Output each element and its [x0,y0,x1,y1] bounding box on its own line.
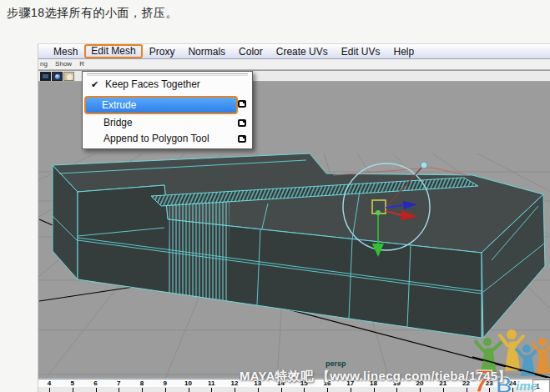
tutorial-step-text: 步骤18选择所有的小面，挤压。 [7,6,178,21]
time-tick-label[interactable]: 6 [93,379,97,387]
menu-item-edit-uvs[interactable]: Edit UVs [335,45,387,58]
time-tick-label[interactable]: 5 [71,379,74,387]
menu-item-color[interactable]: Color [232,45,270,58]
time-tick-label[interactable]: 9 [164,379,167,387]
menu-item-proxy[interactable]: Proxy [143,45,182,58]
menu-tearoff-handle[interactable] [87,73,248,76]
viewport-sphere-icon[interactable] [52,72,63,81]
menu-item-edit-mesh[interactable]: Edit Mesh [84,44,142,58]
menu-item-keep-faces-together[interactable]: Keep Faces Together [83,77,252,92]
time-tick-mark[interactable] [374,388,375,392]
camera-name-label: persp [325,359,346,368]
menu-item-mesh[interactable]: Mesh [47,45,84,58]
time-tick-label[interactable]: 4 [48,379,51,387]
time-tick-mark[interactable] [443,388,444,392]
time-tick-mark[interactable] [467,388,467,392]
time-tick-label[interactable]: 7 [117,379,120,387]
menu-item-append-to-polygon-tool[interactable]: Append to Polygon Tool [83,131,252,147]
menu-item-bridge[interactable]: Bridge [83,115,252,131]
extrude-highlight-annotation: Extrude [84,96,238,114]
time-tick-mark[interactable] [211,388,212,392]
time-tick-mark[interactable] [396,388,397,392]
time-tick-label[interactable]: 10 [184,379,192,387]
menu-item-normals[interactable]: Normals [181,45,232,58]
panel-menu-row: ng Show R [38,59,550,70]
time-tick-label[interactable]: 11 [208,379,214,387]
time-tick-mark[interactable] [49,388,50,392]
menu-bar: Mesh Edit Mesh Proxy Normals Color Creat… [38,44,550,59]
time-tick-label[interactable]: 12 [231,379,239,387]
tutorial-page: 步骤18选择所有的小面，挤压。 Mesh Edit Mesh Proxy Nor… [0,0,550,392]
option-box-icon[interactable] [238,100,246,108]
time-tick-mark[interactable] [327,388,328,392]
logo-glyph-suffix: ime [516,379,537,392]
time-tick-mark[interactable] [142,388,143,392]
logo-person-orange [532,338,550,374]
watermark-text: MAYA特效吧 【www.linecg.com/tieba/1745】 [240,369,511,384]
time-tick-mark[interactable] [258,388,259,392]
time-tick-mark[interactable] [235,388,235,392]
time-tick-mark[interactable] [189,388,189,392]
time-tick-mark[interactable] [96,388,97,392]
menu-item-extrude[interactable]: Extrude [83,96,252,115]
menu-item-help[interactable]: Help [386,45,421,58]
option-box-icon[interactable] [238,135,246,143]
viewport-material-icon[interactable] [63,72,74,81]
manipulator-scale-handle[interactable] [421,162,427,168]
option-box-icon[interactable] [238,119,246,127]
viewport-shading-icon[interactable] [40,72,51,81]
maya-window: Mesh Edit Mesh Proxy Normals Color Creat… [38,43,550,392]
panel-menu-fragment: ng Show R [40,60,84,68]
time-tick-mark[interactable] [351,388,351,392]
time-tick-mark[interactable] [281,388,282,392]
time-tick-mark[interactable] [73,388,73,392]
time-tick-label[interactable]: 8 [140,379,144,387]
time-tick-mark[interactable] [165,388,166,392]
menu-item-create-uvs[interactable]: Create UVs [270,45,335,58]
edit-mesh-dropdown: Keep Faces Together Extrude Bridge Appen… [82,71,253,149]
time-tick-mark[interactable] [420,388,421,392]
time-tick-mark[interactable] [119,388,119,392]
time-tick-mark[interactable] [304,388,305,392]
